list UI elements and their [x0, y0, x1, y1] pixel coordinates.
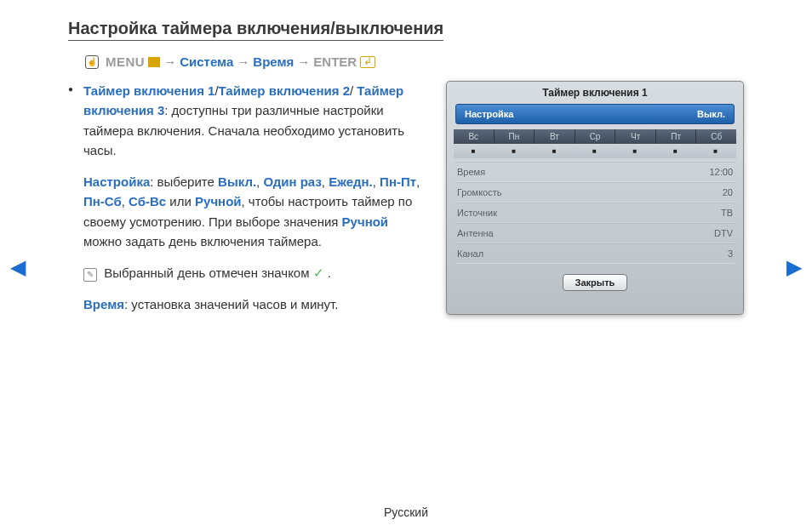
prev-page-arrow[interactable]: ◀: [10, 255, 26, 279]
breadcrumb-enter: ENTER: [313, 54, 357, 69]
breadcrumb-menu: MENU: [106, 54, 145, 69]
opt-mf: Пн-Пт: [380, 174, 416, 189]
breadcrumb-system: Система: [180, 54, 233, 69]
footer-language: Русский: [0, 505, 812, 519]
menu-icon: [148, 57, 160, 67]
note-icon: [83, 268, 97, 282]
panel-row-volume[interactable]: Громкость20: [455, 182, 735, 203]
day-header[interactable]: Пн: [495, 129, 535, 144]
day-header[interactable]: Вт: [535, 129, 575, 144]
next-page-arrow[interactable]: ▶: [786, 255, 802, 279]
panel-row-channel[interactable]: Канал3: [455, 243, 735, 264]
panel-title: Таймер включения 1: [447, 82, 743, 104]
opt-manual2: Ручной: [342, 214, 389, 229]
close-button[interactable]: Закрыть: [563, 274, 628, 291]
note-text: Выбранный день отмечен значком: [104, 266, 313, 280]
day-header[interactable]: Ср: [575, 129, 616, 144]
timer-panel: Таймер включения 1 Настройка Выкл. Вс Пн…: [446, 81, 744, 315]
check-icon: ✓: [313, 266, 324, 280]
day-header-row: Вс Пн Вт Ср Чт Пт Сб: [454, 129, 736, 144]
panel-setup-bar[interactable]: Настройка Выкл.: [455, 104, 735, 124]
opt-ms: Пн-Сб: [83, 194, 122, 208]
panel-row-source[interactable]: ИсточникТВ: [455, 203, 735, 223]
breadcrumb: ☝ MENU → Система → Время → ENTER: [85, 54, 744, 69]
day-mark[interactable]: ■: [454, 144, 494, 158]
day-header[interactable]: Сб: [696, 129, 736, 144]
day-header[interactable]: Вс: [454, 129, 495, 144]
day-mark[interactable]: ■: [615, 144, 655, 158]
opt-off: Выкл.: [218, 174, 256, 189]
opt-once: Один раз: [263, 174, 321, 189]
time-desc: : установка значений часов и минут.: [124, 297, 338, 311]
opt-daily: Ежедн.: [329, 174, 373, 189]
breadcrumb-arrow: →: [163, 54, 176, 69]
day-header[interactable]: Чт: [615, 129, 656, 144]
panel-row-antenna[interactable]: АнтеннаDTV: [455, 223, 735, 243]
enter-icon: [360, 56, 375, 68]
body-text: Таймер включения 1/Таймер включения 2/ Т…: [68, 81, 426, 315]
page-title: Настройка таймера включения/выключения: [68, 19, 443, 41]
day-mark[interactable]: ■: [535, 144, 575, 158]
breadcrumb-arrow: →: [237, 54, 249, 69]
setup-label: Настройка: [83, 174, 150, 189]
time-label: Время: [83, 297, 124, 311]
breadcrumb-arrow: →: [297, 54, 310, 69]
panel-bar-right: Выкл.: [697, 109, 725, 119]
day-mark[interactable]: ■: [696, 144, 736, 158]
day-mark[interactable]: ■: [575, 144, 615, 158]
link-timer1: Таймер включения 1: [83, 83, 214, 98]
panel-row-time[interactable]: Время12:00: [455, 162, 735, 182]
day-header[interactable]: Пт: [656, 129, 697, 144]
panel-bar-left: Настройка: [465, 109, 513, 119]
breadcrumb-time: Время: [253, 54, 294, 69]
day-mark[interactable]: ■: [494, 144, 534, 158]
day-mark-row: ■ ■ ■ ■ ■ ■ ■: [454, 144, 736, 158]
link-timer2: Таймер включения 2: [219, 83, 350, 98]
opt-ss: Сб-Вс: [129, 194, 166, 208]
remote-icon: ☝: [85, 55, 99, 69]
opt-manual: Ручной: [195, 194, 242, 208]
day-mark[interactable]: ■: [655, 144, 695, 158]
